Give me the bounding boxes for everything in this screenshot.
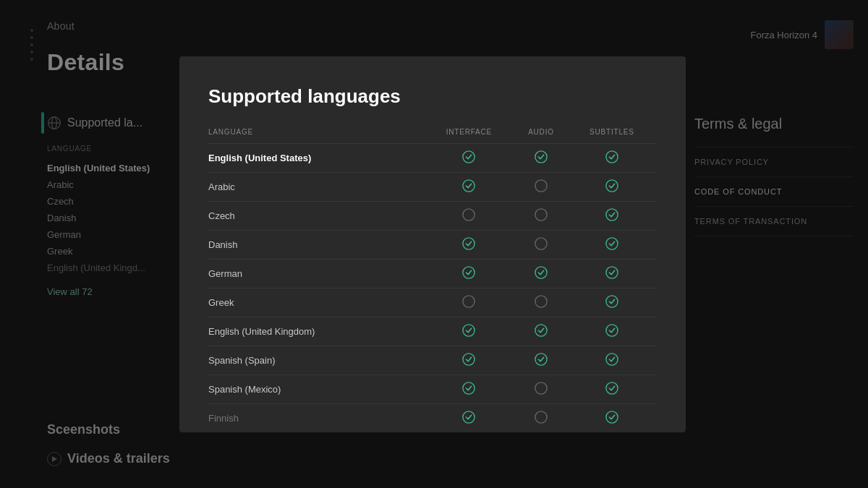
- interface-cell: [423, 375, 515, 404]
- svg-point-29: [535, 382, 547, 394]
- audio-cell: [515, 404, 567, 432]
- table-row: Spanish (Spain): [208, 346, 657, 375]
- lang-name: German: [208, 260, 423, 288]
- subtitles-cell: [567, 260, 657, 288]
- svg-point-27: [606, 354, 618, 365]
- svg-point-21: [606, 296, 618, 307]
- check-empty-icon: [535, 237, 548, 250]
- table-row: English (United Kingdom): [208, 317, 657, 346]
- audio-cell: [515, 288, 567, 317]
- check-filled-icon: [535, 353, 548, 366]
- check-filled-icon: [605, 208, 618, 221]
- subtitles-cell: [567, 202, 657, 231]
- check-filled-icon: [462, 411, 475, 424]
- check-filled-icon: [605, 237, 618, 250]
- table-row: Spanish (Mexico): [208, 375, 657, 404]
- lang-name: Spanish (Spain): [208, 346, 423, 375]
- modal-scroll-container[interactable]: LANGUAGE INTERFACE AUDIO SUBTITLES Engli…: [208, 128, 657, 432]
- col-interface: INTERFACE: [423, 128, 515, 144]
- subtitles-cell: [567, 144, 657, 173]
- svg-point-33: [606, 411, 618, 423]
- audio-cell: [515, 202, 567, 231]
- svg-point-11: [535, 209, 547, 221]
- svg-point-23: [535, 325, 547, 336]
- modal-title: Supported languages: [208, 85, 657, 108]
- check-empty-icon: [535, 411, 548, 424]
- subtitles-cell: [567, 404, 657, 432]
- svg-point-16: [463, 267, 475, 278]
- svg-point-26: [535, 354, 547, 365]
- interface-cell: [423, 173, 515, 202]
- check-empty-icon: [535, 179, 548, 192]
- subtitles-cell: [567, 375, 657, 404]
- table-row: Danish: [208, 231, 657, 260]
- lang-name: Finnish: [208, 404, 423, 432]
- audio-cell: [515, 346, 567, 375]
- interface-cell: [423, 231, 515, 260]
- svg-point-25: [463, 354, 475, 365]
- interface-cell: [423, 317, 515, 346]
- lang-name: Czech: [208, 202, 423, 231]
- lang-name: Danish: [208, 231, 423, 260]
- check-filled-icon: [462, 179, 475, 192]
- check-filled-icon: [605, 150, 618, 163]
- lang-name: Arabic: [208, 173, 423, 202]
- svg-point-24: [606, 325, 618, 336]
- svg-point-31: [463, 411, 475, 423]
- check-filled-icon: [462, 237, 475, 250]
- col-audio: AUDIO: [515, 128, 567, 144]
- audio-cell: [515, 173, 567, 202]
- check-filled-icon: [605, 179, 618, 192]
- subtitles-cell: [567, 231, 657, 260]
- svg-point-30: [606, 382, 618, 394]
- check-filled-icon: [605, 295, 618, 308]
- interface-cell: [423, 404, 515, 432]
- svg-point-9: [606, 180, 618, 192]
- check-filled-icon: [535, 324, 548, 337]
- check-filled-icon: [462, 324, 475, 337]
- col-language: LANGUAGE: [208, 128, 423, 144]
- check-filled-icon: [462, 382, 475, 395]
- svg-point-8: [535, 180, 547, 192]
- svg-point-13: [463, 238, 475, 249]
- svg-point-20: [535, 296, 547, 307]
- interface-cell: [423, 260, 515, 288]
- subtitles-cell: [567, 288, 657, 317]
- check-filled-icon: [605, 324, 618, 337]
- table-row: Finnish: [208, 404, 657, 432]
- audio-cell: [515, 317, 567, 346]
- audio-cell: [515, 375, 567, 404]
- table-row: Greek: [208, 288, 657, 317]
- audio-cell: [515, 260, 567, 288]
- modal-dialog: Supported languages LANGUAGE INTERFACE A…: [179, 56, 686, 432]
- lang-name: English (United Kingdom): [208, 317, 423, 346]
- check-filled-icon: [462, 353, 475, 366]
- svg-point-4: [463, 151, 475, 163]
- svg-point-12: [606, 209, 618, 221]
- svg-point-14: [535, 238, 547, 249]
- svg-point-22: [463, 325, 475, 336]
- table-row: English (United States): [208, 144, 657, 173]
- interface-cell: [423, 144, 515, 173]
- lang-name: Greek: [208, 288, 423, 317]
- svg-point-19: [463, 296, 475, 307]
- subtitles-cell: [567, 173, 657, 202]
- check-filled-icon: [535, 150, 548, 163]
- table-row: Arabic: [208, 173, 657, 202]
- check-filled-icon: [462, 150, 475, 163]
- col-subtitles: SUBTITLES: [567, 128, 657, 144]
- interface-cell: [423, 346, 515, 375]
- svg-point-18: [606, 267, 618, 278]
- check-filled-icon: [605, 411, 618, 424]
- svg-point-5: [535, 151, 547, 163]
- interface-cell: [423, 288, 515, 317]
- audio-cell: [515, 231, 567, 260]
- svg-point-17: [535, 267, 547, 278]
- lang-name: Spanish (Mexico): [208, 375, 423, 404]
- check-filled-icon: [462, 266, 475, 279]
- check-empty-icon: [462, 295, 475, 308]
- interface-cell: [423, 202, 515, 231]
- svg-point-10: [463, 209, 475, 221]
- check-empty-icon: [535, 208, 548, 221]
- table-row: German: [208, 260, 657, 288]
